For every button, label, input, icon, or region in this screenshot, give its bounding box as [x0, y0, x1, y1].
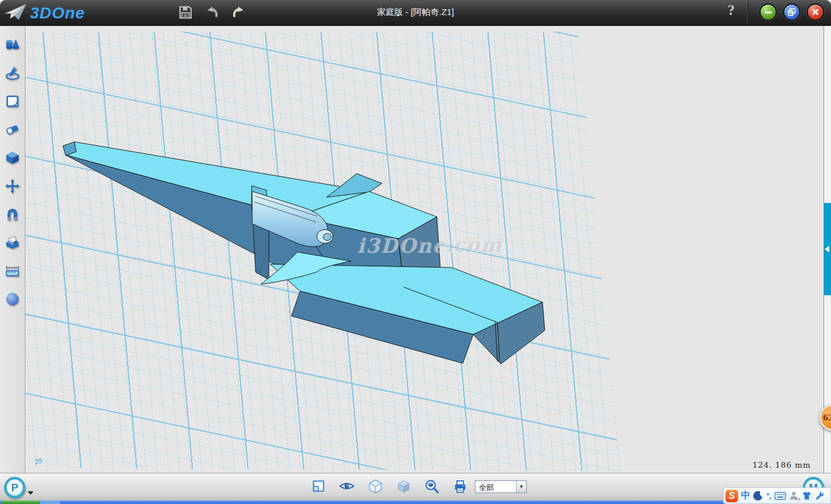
title-bar: 3DOne	[0, 0, 831, 26]
collapse-left-arrow-icon	[825, 246, 829, 253]
settings-wrench-icon[interactable]	[815, 491, 825, 501]
quick-launch-edge	[40, 501, 60, 504]
watermark: i3DOne.com	[357, 234, 503, 257]
user-account-icon[interactable]: 14	[789, 491, 799, 501]
solid-cube-tool-button[interactable]	[5, 149, 21, 166]
print-button[interactable]	[452, 478, 468, 494]
modeling-viewport[interactable]: i3DOne.com 25 124. 186 mm	[25, 26, 823, 473]
material-sphere-tool-button[interactable]	[5, 291, 21, 307]
zoom-search-button[interactable]	[424, 478, 440, 494]
grid-scale-label: 25	[34, 457, 43, 466]
badge-p-caret-icon[interactable]	[28, 491, 33, 495]
minimize-icon	[765, 12, 772, 13]
shaded-cube-button[interactable]	[395, 478, 411, 494]
titlebar-separator	[747, 2, 748, 24]
sketch-tool-button[interactable]	[5, 65, 21, 81]
undo-button[interactable]	[203, 3, 220, 21]
view-corner-button[interactable]	[310, 478, 327, 494]
plugin-badge-p[interactable]: P	[4, 477, 25, 498]
wireframe-cube-button[interactable]	[367, 478, 383, 494]
panel-expand-tab[interactable]	[824, 203, 831, 295]
close-icon: ✕	[811, 7, 819, 17]
primitives-tool-button[interactable]	[5, 36, 21, 52]
ime-language-toggle[interactable]: 中	[741, 490, 750, 502]
eraser-tool-button[interactable]	[5, 121, 21, 137]
start-button-edge[interactable]	[1, 501, 39, 504]
user-badge-count: 14	[796, 497, 800, 501]
measure-tool-button[interactable]	[5, 262, 21, 279]
skin-tshirt-icon[interactable]	[802, 491, 812, 501]
model-nub-inner	[323, 234, 331, 240]
application-window: 3DOne	[0, 0, 831, 504]
measurement-readout: 124. 186 mm	[753, 460, 811, 469]
move-tool-button[interactable]	[5, 178, 21, 194]
os-taskbar-edge	[0, 501, 831, 504]
app-logo-text: 3DOne	[30, 4, 85, 22]
save-button[interactable]	[177, 3, 194, 21]
magnet-tool-button[interactable]	[5, 206, 21, 222]
filter-selected-value: 全部	[476, 481, 516, 492]
dropdown-arrow-button[interactable]: ▼	[516, 481, 526, 492]
moon-mode-icon[interactable]	[753, 491, 763, 501]
maximize-icon	[786, 6, 798, 18]
soft-keyboard-icon[interactable]	[774, 491, 786, 501]
help-button[interactable]: ?	[724, 2, 739, 22]
paper-plane-icon	[3, 2, 28, 25]
surface-tool-button[interactable]	[5, 93, 21, 109]
visibility-eye-button[interactable]	[339, 478, 355, 494]
maximize-button[interactable]	[783, 3, 800, 21]
sogou-logo-icon[interactable]: S	[725, 490, 738, 502]
ime-toolbar: S 中 °‚ 14	[723, 487, 831, 504]
close-button[interactable]: ✕	[807, 3, 824, 21]
left-toolbar	[0, 26, 25, 473]
app-logo: 3DOne	[3, 2, 85, 25]
special-box-tool-button[interactable]	[5, 234, 21, 250]
redo-button[interactable]	[230, 3, 247, 21]
minimize-button[interactable]	[759, 3, 777, 21]
window-title: 家庭版 - [阿帕奇.Z1]	[377, 7, 454, 18]
punctuation-toggle-icon[interactable]: °‚	[766, 491, 772, 500]
bottom-toolbar: 全部 ▼	[0, 473, 831, 501]
display-filter-dropdown[interactable]: 全部 ▼	[475, 480, 527, 493]
